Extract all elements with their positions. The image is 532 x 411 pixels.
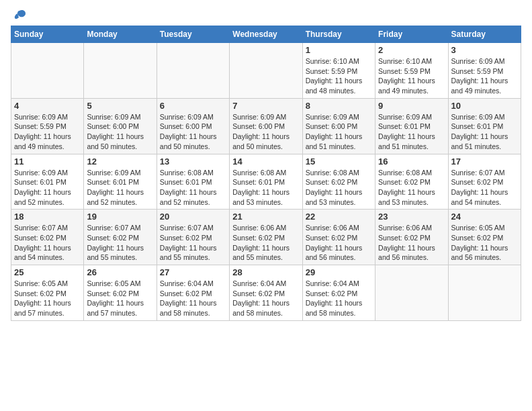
day-of-week-header: Friday xyxy=(375,26,448,43)
calendar-cell: 6Sunrise: 6:09 AM Sunset: 6:00 PM Daylig… xyxy=(157,98,229,154)
logo xyxy=(11,11,27,23)
calendar-cell xyxy=(448,265,521,321)
day-number: 18 xyxy=(14,212,81,222)
day-number: 2 xyxy=(378,45,445,55)
day-info: Sunrise: 6:04 AM Sunset: 6:02 PM Dayligh… xyxy=(232,279,299,318)
day-info: Sunrise: 6:09 AM Sunset: 6:01 PM Dayligh… xyxy=(378,112,445,152)
day-info: Sunrise: 6:10 AM Sunset: 5:59 PM Dayligh… xyxy=(378,56,445,96)
calendar-cell: 23Sunrise: 6:06 AM Sunset: 6:02 PM Dayli… xyxy=(375,210,448,265)
calendar-cell: 10Sunrise: 6:09 AM Sunset: 6:01 PM Dayli… xyxy=(448,98,521,154)
calendar-cell: 21Sunrise: 6:06 AM Sunset: 6:02 PM Dayli… xyxy=(230,210,302,265)
calendar-cell: 12Sunrise: 6:09 AM Sunset: 6:01 PM Dayli… xyxy=(84,154,157,210)
calendar-cell: 22Sunrise: 6:06 AM Sunset: 6:02 PM Dayli… xyxy=(302,210,375,265)
day-number: 23 xyxy=(378,212,445,222)
day-of-week-header: Saturday xyxy=(448,26,521,43)
calendar-cell: 2Sunrise: 6:10 AM Sunset: 5:59 PM Daylig… xyxy=(375,43,448,99)
day-of-week-header: Monday xyxy=(84,26,157,43)
day-info: Sunrise: 6:08 AM Sunset: 6:02 PM Dayligh… xyxy=(378,168,445,208)
day-number: 16 xyxy=(378,156,445,167)
day-number: 7 xyxy=(232,101,299,111)
calendar-cell: 26Sunrise: 6:05 AM Sunset: 6:02 PM Dayli… xyxy=(84,265,157,321)
day-info: Sunrise: 6:09 AM Sunset: 6:00 PM Dayligh… xyxy=(306,112,372,152)
day-info: Sunrise: 6:10 AM Sunset: 5:59 PM Dayligh… xyxy=(306,56,372,96)
calendar-cell xyxy=(375,265,448,321)
day-info: Sunrise: 6:07 AM Sunset: 6:02 PM Dayligh… xyxy=(451,168,518,208)
calendar-cell: 16Sunrise: 6:08 AM Sunset: 6:02 PM Dayli… xyxy=(375,154,448,210)
day-info: Sunrise: 6:06 AM Sunset: 6:02 PM Dayligh… xyxy=(232,223,299,263)
day-info: Sunrise: 6:05 AM Sunset: 6:02 PM Dayligh… xyxy=(14,279,81,318)
day-number: 13 xyxy=(160,156,226,167)
page-header xyxy=(11,11,521,23)
calendar-cell: 20Sunrise: 6:07 AM Sunset: 6:02 PM Dayli… xyxy=(157,210,229,265)
day-info: Sunrise: 6:07 AM Sunset: 6:02 PM Dayligh… xyxy=(14,223,81,263)
calendar-cell: 14Sunrise: 6:08 AM Sunset: 6:01 PM Dayli… xyxy=(230,154,302,210)
day-info: Sunrise: 6:09 AM Sunset: 6:00 PM Dayligh… xyxy=(160,112,226,152)
day-number: 5 xyxy=(87,101,153,111)
day-info: Sunrise: 6:05 AM Sunset: 6:02 PM Dayligh… xyxy=(451,223,518,263)
calendar-cell: 8Sunrise: 6:09 AM Sunset: 6:00 PM Daylig… xyxy=(302,98,375,154)
day-number: 11 xyxy=(14,156,81,167)
day-number: 1 xyxy=(306,45,372,55)
calendar-table: SundayMondayTuesdayWednesdayThursdayFrid… xyxy=(11,26,521,321)
calendar-cell: 7Sunrise: 6:09 AM Sunset: 6:00 PM Daylig… xyxy=(230,98,302,154)
day-number: 21 xyxy=(232,212,299,222)
day-info: Sunrise: 6:09 AM Sunset: 6:01 PM Dayligh… xyxy=(87,168,153,208)
calendar-cell: 17Sunrise: 6:07 AM Sunset: 6:02 PM Dayli… xyxy=(448,154,521,210)
day-info: Sunrise: 6:06 AM Sunset: 6:02 PM Dayligh… xyxy=(306,223,372,263)
day-number: 27 xyxy=(160,267,226,277)
day-info: Sunrise: 6:04 AM Sunset: 6:02 PM Dayligh… xyxy=(306,279,372,318)
calendar-cell: 11Sunrise: 6:09 AM Sunset: 6:01 PM Dayli… xyxy=(11,154,84,210)
day-number: 4 xyxy=(14,101,81,111)
day-of-week-header: Tuesday xyxy=(157,26,229,43)
calendar-cell: 15Sunrise: 6:08 AM Sunset: 6:02 PM Dayli… xyxy=(302,154,375,210)
calendar-cell: 18Sunrise: 6:07 AM Sunset: 6:02 PM Dayli… xyxy=(11,210,84,265)
day-number: 3 xyxy=(451,45,518,55)
day-of-week-header: Sunday xyxy=(11,26,84,43)
day-number: 20 xyxy=(160,212,226,222)
calendar-cell: 25Sunrise: 6:05 AM Sunset: 6:02 PM Dayli… xyxy=(11,265,84,321)
logo-bird-icon xyxy=(12,8,27,23)
calendar-cell: 1Sunrise: 6:10 AM Sunset: 5:59 PM Daylig… xyxy=(302,43,375,99)
day-number: 6 xyxy=(160,101,226,111)
day-info: Sunrise: 6:09 AM Sunset: 6:01 PM Dayligh… xyxy=(451,112,518,152)
day-number: 17 xyxy=(451,156,518,167)
day-number: 12 xyxy=(87,156,153,167)
day-number: 15 xyxy=(306,156,372,167)
calendar-cell: 9Sunrise: 6:09 AM Sunset: 6:01 PM Daylig… xyxy=(375,98,448,154)
day-of-week-header: Wednesday xyxy=(230,26,302,43)
calendar-cell: 24Sunrise: 6:05 AM Sunset: 6:02 PM Dayli… xyxy=(448,210,521,265)
day-number: 10 xyxy=(451,101,518,111)
calendar-cell: 27Sunrise: 6:04 AM Sunset: 6:02 PM Dayli… xyxy=(157,265,229,321)
calendar-cell xyxy=(157,43,229,99)
calendar-cell xyxy=(11,43,84,99)
calendar-cell: 19Sunrise: 6:07 AM Sunset: 6:02 PM Dayli… xyxy=(84,210,157,265)
day-number: 14 xyxy=(232,156,299,167)
calendar-cell xyxy=(84,43,157,99)
day-number: 29 xyxy=(306,267,372,277)
day-info: Sunrise: 6:08 AM Sunset: 6:01 PM Dayligh… xyxy=(160,168,226,208)
day-number: 26 xyxy=(87,267,153,277)
day-of-week-header: Thursday xyxy=(302,26,375,43)
day-number: 19 xyxy=(87,212,153,222)
day-number: 24 xyxy=(451,212,518,222)
day-info: Sunrise: 6:09 AM Sunset: 5:59 PM Dayligh… xyxy=(14,112,81,152)
day-info: Sunrise: 6:09 AM Sunset: 6:01 PM Dayligh… xyxy=(14,168,81,208)
day-info: Sunrise: 6:09 AM Sunset: 6:00 PM Dayligh… xyxy=(87,112,153,152)
day-info: Sunrise: 6:09 AM Sunset: 6:00 PM Dayligh… xyxy=(232,112,299,152)
day-info: Sunrise: 6:06 AM Sunset: 6:02 PM Dayligh… xyxy=(378,223,445,263)
calendar-cell xyxy=(230,43,302,99)
day-number: 28 xyxy=(232,267,299,277)
day-info: Sunrise: 6:08 AM Sunset: 6:02 PM Dayligh… xyxy=(306,168,372,208)
day-info: Sunrise: 6:07 AM Sunset: 6:02 PM Dayligh… xyxy=(160,223,226,263)
day-number: 22 xyxy=(306,212,372,222)
calendar-cell: 5Sunrise: 6:09 AM Sunset: 6:00 PM Daylig… xyxy=(84,98,157,154)
day-info: Sunrise: 6:08 AM Sunset: 6:01 PM Dayligh… xyxy=(232,168,299,208)
day-info: Sunrise: 6:07 AM Sunset: 6:02 PM Dayligh… xyxy=(87,223,153,263)
day-number: 25 xyxy=(14,267,81,277)
calendar-cell: 28Sunrise: 6:04 AM Sunset: 6:02 PM Dayli… xyxy=(230,265,302,321)
day-info: Sunrise: 6:05 AM Sunset: 6:02 PM Dayligh… xyxy=(87,279,153,318)
calendar-cell: 29Sunrise: 6:04 AM Sunset: 6:02 PM Dayli… xyxy=(302,265,375,321)
calendar-cell: 13Sunrise: 6:08 AM Sunset: 6:01 PM Dayli… xyxy=(157,154,229,210)
calendar-cell: 4Sunrise: 6:09 AM Sunset: 5:59 PM Daylig… xyxy=(11,98,84,154)
day-info: Sunrise: 6:09 AM Sunset: 5:59 PM Dayligh… xyxy=(451,56,518,96)
